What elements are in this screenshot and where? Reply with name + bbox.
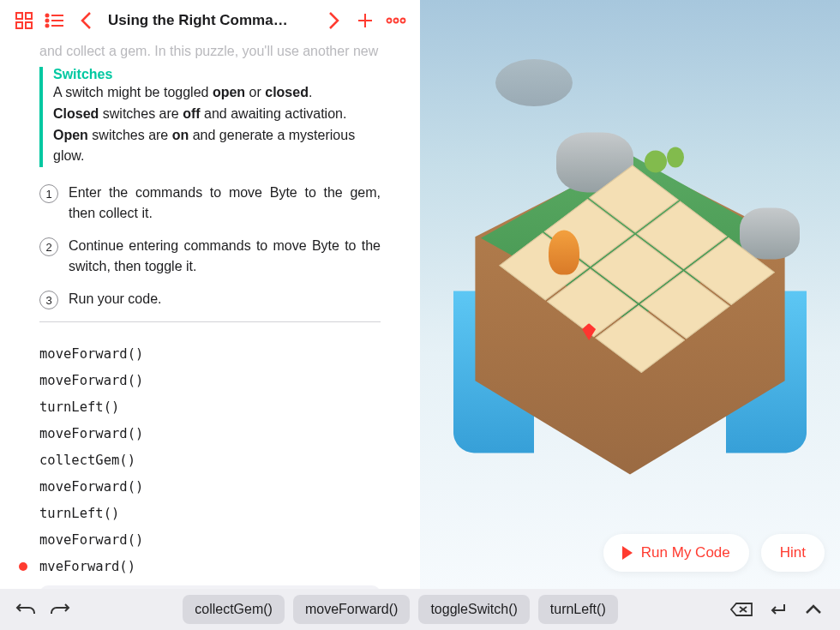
svg-point-6	[46, 20, 49, 22]
code-line[interactable]: turnLeft()	[39, 394, 381, 421]
callout-line: Closed switches are off and awaiting act…	[53, 104, 381, 125]
keyboard-accessory-bar: collectGem() moveForward() toggleSwitch(…	[0, 589, 840, 630]
svg-point-14	[401, 19, 405, 23]
step-text: Enter the commands to move Byte to the g…	[69, 183, 381, 224]
step-number: 2	[39, 237, 58, 256]
steps-list: 1 Enter the commands to move Byte to the…	[39, 183, 381, 309]
hint-button[interactable]: Hint	[761, 534, 825, 572]
step-item: 1 Enter the commands to move Byte to the…	[39, 183, 381, 224]
code-line[interactable]: moveForward()	[39, 368, 381, 394]
byte-character	[549, 230, 579, 274]
callout-title: Switches	[53, 67, 381, 82]
floating-island-decoration	[495, 59, 573, 106]
grid-icon[interactable]	[10, 7, 38, 34]
nav-back-icon[interactable]	[72, 7, 99, 34]
keyboard-right-group	[729, 597, 826, 622]
switches-callout: Switches A switch might be toggled open …	[39, 67, 381, 167]
suggestion-chip[interactable]: moveForward()	[293, 595, 410, 624]
callout-line: A switch might be toggled open or closed…	[53, 82, 381, 104]
code-line[interactable]: moveForward()	[39, 421, 381, 447]
code-line[interactable]: moveForward()	[39, 474, 381, 501]
code-editor[interactable]: moveForward() moveForward() turnLeft() m…	[39, 341, 381, 589]
svg-rect-3	[26, 22, 32, 28]
svg-point-13	[394, 19, 399, 23]
top-toolbar: Using the Right Comma…	[0, 0, 420, 41]
instructions-panel: Using the Right Comma… and collect a gem…	[0, 0, 420, 589]
list-icon[interactable]	[41, 7, 69, 34]
code-line[interactable]: moveForward()	[39, 527, 381, 554]
undo-icon[interactable]	[14, 597, 39, 622]
code-line[interactable]: collectGem()	[39, 447, 381, 474]
suggestion-chip[interactable]: turnLeft()	[538, 595, 618, 624]
code-suggestions: collectGem() moveForward() toggleSwitch(…	[79, 595, 722, 624]
redo-icon[interactable]	[46, 597, 72, 622]
run-label: Run My Code	[641, 544, 730, 561]
delete-key-icon[interactable]	[729, 597, 754, 622]
nav-forward-icon[interactable]	[321, 7, 348, 34]
action-buttons: Run My Code Hint	[603, 534, 825, 572]
suggestion-chip[interactable]: collectGem()	[183, 595, 285, 624]
more-icon[interactable]	[382, 7, 410, 34]
step-text: Run your code.	[69, 289, 162, 309]
step-item: 2 Continue entering commands to move Byt…	[39, 236, 381, 277]
lesson-content: and collect a gem. In this puzzle, you'l…	[0, 41, 420, 589]
world-viewport[interactable]: Run My Code Hint	[420, 0, 840, 589]
step-item: 3 Run your code.	[39, 289, 381, 309]
page-title: Using the Right Comma…	[103, 12, 317, 29]
step-number: 1	[39, 184, 58, 203]
svg-point-8	[46, 25, 49, 27]
code-line-error[interactable]: mveForward()	[39, 554, 381, 580]
collapse-keyboard-icon[interactable]	[801, 597, 826, 622]
suggestion-chip[interactable]: toggleSwitch()	[418, 595, 529, 624]
puzzle-island	[446, 122, 814, 482]
code-line[interactable]: moveForward()	[39, 341, 381, 368]
code-line[interactable]: turnLeft()	[39, 501, 381, 527]
code-line-error-wrap: mveForward()	[39, 554, 381, 580]
return-key-icon[interactable]	[765, 597, 790, 622]
step-number: 3	[39, 291, 58, 309]
bush-decoration	[667, 147, 684, 167]
svg-point-12	[387, 19, 392, 23]
bush-decoration	[645, 150, 667, 172]
callout-line: Open switches are on and generate a myst…	[53, 125, 381, 168]
divider	[39, 321, 381, 322]
svg-rect-2	[16, 22, 22, 28]
hint-label: Hint	[780, 544, 806, 561]
run-button[interactable]: Run My Code	[603, 534, 749, 572]
step-text: Continue entering commands to move Byte …	[69, 236, 381, 277]
svg-rect-1	[26, 13, 32, 19]
intro-text-faded: and collect a gem. In this puzzle, you'l…	[39, 41, 381, 62]
add-icon[interactable]	[351, 7, 379, 34]
play-icon	[622, 546, 633, 560]
svg-point-4	[46, 15, 49, 17]
svg-rect-0	[16, 13, 22, 19]
error-indicator-icon[interactable]	[19, 562, 27, 571]
